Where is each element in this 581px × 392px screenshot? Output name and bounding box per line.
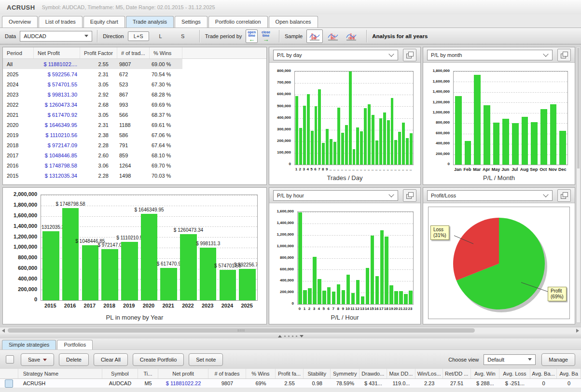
data-select[interactable]: AUDCAD: [20, 31, 92, 42]
sample-is-button[interactable]: is: [325, 29, 341, 43]
column-header-net-profit[interactable]: Net Profit: [34, 47, 80, 58]
column-header-period[interactable]: Period: [3, 47, 34, 58]
x-tick-label: 3: [312, 307, 317, 311]
period-row[interactable]: 2023$ 998131.302.9286768.28 %: [3, 89, 182, 99]
tab-list-of-trades[interactable]: List of trades: [39, 16, 83, 28]
save-button[interactable]: Save: [21, 353, 54, 366]
analysis-grid: PeriodNet ProfitProfit Factor# of trad..…: [0, 44, 581, 327]
horizontal-scrollbar-thumb[interactable]: [8, 328, 475, 333]
column-header-symbol[interactable]: Symbol: [102, 369, 138, 378]
column-header-ti[interactable]: Ti...: [138, 369, 158, 378]
period-row[interactable]: 2017$ 1048446.852.6085968.10 %: [3, 150, 182, 160]
period-row[interactable]: 2021$ 617470.923.0556668.37 %: [3, 110, 182, 120]
pl-day-chart-select[interactable]: P/L by day: [273, 50, 398, 60]
x-tick-label: 6: [314, 167, 318, 171]
direction-l-s-button[interactable]: L+S: [128, 31, 149, 41]
column-header-profit-fa[interactable]: Profit fa...: [276, 369, 304, 378]
period-row[interactable]: 2015$ 1312035.342.28149870.03 %: [3, 170, 182, 181]
direction-l-button[interactable]: L: [150, 31, 171, 41]
close-time-button[interactable]: closetime→: [260, 29, 272, 43]
column-header-wins[interactable]: % Wins: [246, 369, 276, 378]
tab-equity-chart[interactable]: Equity chart: [83, 16, 125, 28]
strategies-table-row[interactable]: ACRUSHAUDCADM5$ 11881022.22980769%2.550.…: [0, 379, 581, 388]
vertical-scrollbar[interactable]: [576, 47, 581, 323]
x-tick-label: ..: [332, 167, 336, 171]
pl-month-panel: P/L by month0200,000400,000600,000800,00…: [423, 47, 575, 185]
strategy-row-checkbox[interactable]: [5, 379, 13, 388]
create-portfolio-button[interactable]: Create Portfolio: [133, 353, 184, 366]
period-row[interactable]: 2022$ 1260473.342.6899369.69 %: [3, 99, 182, 110]
strategy-cell-max-dd: 119.0...: [387, 380, 416, 386]
column-header-stability[interactable]: Stability: [304, 369, 331, 378]
column-header-wins[interactable]: % Wins: [150, 47, 182, 58]
column-header-net-profit[interactable]: Net profit: [158, 369, 208, 378]
period-row[interactable]: 2025$ 592256.742.3167270.54 %: [3, 69, 182, 79]
copy-chart-button[interactable]: [403, 49, 416, 61]
chart-select-value: P/L by hour: [277, 193, 304, 198]
period-row[interactable]: 2018$ 972147.092.2879167.64 %: [3, 140, 182, 150]
bar: [455, 96, 462, 165]
direction-s-button[interactable]: S: [172, 31, 194, 41]
sample-all-button[interactable]: all: [306, 29, 323, 43]
delete-button[interactable]: Delete: [59, 353, 89, 366]
scroll-left-icon[interactable]: [2, 329, 5, 333]
panel-splitter[interactable]: [0, 334, 581, 338]
clear-all-button[interactable]: Clear All: [94, 353, 128, 366]
sample-oos-button[interactable]: oos: [343, 29, 360, 43]
copy-chart-button[interactable]: [557, 49, 571, 61]
tab-simple-strategies[interactable]: Simple strategies: [2, 340, 56, 350]
splitter-down-icon[interactable]: [300, 335, 304, 337]
column-header-of-trades[interactable]: # of trades: [208, 369, 246, 378]
tab-trade-analysis[interactable]: Trade analysis: [126, 16, 174, 28]
period-row[interactable]: 2024$ 574701.553.0552367.30 %: [3, 79, 182, 89]
period-row[interactable]: 2019$ 1110210.562.3858667.06 %: [3, 130, 182, 140]
splitter-up-icon[interactable]: [278, 335, 282, 337]
period-cell: 2018: [3, 142, 34, 148]
bar: [322, 291, 326, 304]
bar: [299, 128, 302, 165]
open-time-button[interactable]: opentime←: [246, 29, 258, 43]
vertical-scrollbar-thumb[interactable]: [577, 48, 580, 168]
scroll-right-icon[interactable]: [576, 329, 579, 333]
x-tick-label: ..: [390, 167, 394, 171]
column-header-drawdo[interactable]: Drawdo...: [360, 369, 387, 378]
x-tick-label: ..: [336, 167, 340, 171]
tab-settings[interactable]: Settings: [175, 16, 208, 28]
gridline: [454, 82, 567, 82]
column-header-max-dd[interactable]: Max DD...: [387, 369, 416, 378]
column-header-avg-ba[interactable]: Avg. Ba: [557, 369, 581, 378]
set-note-button[interactable]: Set note: [189, 353, 223, 366]
select-all-checkbox[interactable]: [6, 355, 14, 364]
pl-month-chart-select[interactable]: P/L by month: [427, 50, 553, 60]
manage-button[interactable]: Manage: [541, 353, 575, 366]
period-row[interactable]: All$ 11881022....2.55980769.00 %: [3, 59, 182, 69]
copy-chart-button[interactable]: [557, 189, 571, 202]
chevron-down-icon: [543, 192, 548, 197]
tab-portfolio-correlation[interactable]: Portfolio correlation: [208, 16, 268, 28]
pl-hour-chart-select[interactable]: P/L by hour: [273, 190, 398, 201]
column-header-avg-loss[interactable]: Avg. Loss: [499, 369, 530, 378]
column-header-ret-dd[interactable]: Ret/DD ...: [443, 369, 471, 378]
column-header-symmetry[interactable]: Symmetry: [331, 369, 360, 378]
tab-overview[interactable]: Overview: [2, 16, 38, 28]
column-header-avg-ba[interactable]: Avg. Ba...: [530, 369, 557, 378]
period-row[interactable]: 2020$ 1646349.952.31118869.61 %: [3, 120, 182, 130]
tab-portfolios[interactable]: Portfolios: [57, 340, 93, 350]
profit-loss-chart-select[interactable]: Profit/Loss: [427, 190, 553, 201]
column-header-profit-factor[interactable]: Profit Factor: [80, 47, 117, 58]
column-header-of-trad[interactable]: # of trad...: [117, 47, 150, 58]
period-row[interactable]: 2016$ 1748798.583.06126469.70 %: [3, 160, 182, 170]
copy-chart-button[interactable]: [403, 189, 416, 202]
choose-view-select[interactable]: Default: [484, 354, 536, 365]
column-header-avg-win[interactable]: Avg. Win: [471, 369, 500, 378]
column-header-strategy-name[interactable]: Strategy Name: [18, 369, 102, 378]
chart-select-value: P/L by month: [431, 52, 462, 58]
bar: [303, 290, 306, 304]
bar: [398, 132, 401, 165]
tab-open-balances[interactable]: Open balances: [269, 16, 318, 28]
pl-hour-panel: P/L by hour0200,000400,000600,000800,000…: [269, 187, 421, 324]
chart-body: $ 1312035.3$ 1748798.58$ 1048446.85$ 972…: [3, 188, 266, 324]
horizontal-scrollbar[interactable]: [0, 327, 581, 334]
column-header-win-los[interactable]: Win/Los...: [415, 369, 443, 378]
period-cell: $ 592256.74: [34, 71, 80, 77]
